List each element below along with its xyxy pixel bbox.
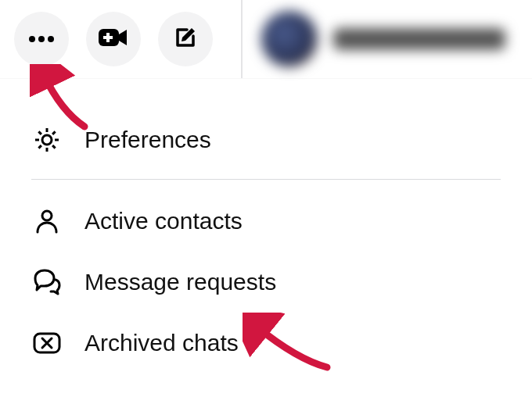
svg-point-1 (38, 36, 45, 42)
compose-icon (173, 25, 198, 53)
svg-point-7 (42, 211, 52, 220)
svg-point-6 (42, 135, 52, 145)
vertical-divider (241, 0, 243, 78)
avatar (261, 11, 318, 67)
conversation-header[interactable] (261, 11, 505, 67)
svg-point-2 (48, 36, 54, 42)
menu-item-archived-chats[interactable]: Archived chats (31, 313, 501, 374)
compose-button[interactable] (158, 12, 213, 66)
menu-item-active-contacts[interactable]: Active contacts (31, 191, 501, 252)
more-icon (28, 32, 55, 46)
menu-divider (31, 179, 501, 180)
more-options-button[interactable] (14, 12, 69, 66)
new-video-call-button[interactable] (86, 12, 141, 66)
menu-label: Message requests (84, 269, 276, 295)
person-icon (31, 207, 63, 235)
menu-label: Preferences (84, 127, 211, 153)
chat-icon (31, 269, 63, 295)
svg-point-0 (29, 36, 35, 42)
video-plus-icon (99, 27, 128, 51)
svg-rect-5 (103, 36, 113, 39)
menu-label: Archived chats (84, 330, 239, 356)
archive-x-icon (31, 331, 63, 355)
gear-icon (31, 125, 63, 155)
menu-item-message-requests[interactable]: Message requests (31, 252, 501, 313)
topbar (0, 0, 532, 79)
menu-label: Active contacts (84, 208, 243, 234)
options-menu: Preferences Active contacts Message requ… (0, 105, 532, 374)
menu-item-preferences[interactable]: Preferences (31, 105, 501, 174)
contact-name-blurred (333, 28, 505, 50)
